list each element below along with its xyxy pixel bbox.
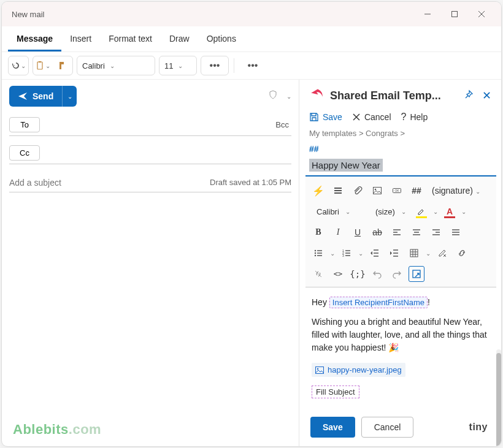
to-input[interactable] [46,120,273,129]
cc-button[interactable]: Cc [9,145,40,161]
strikethrough-button[interactable]: ab [369,224,385,240]
tab-message[interactable]: Message [8,29,61,51]
macros-icon[interactable]: ⚡ [310,183,326,199]
svg-rect-11 [374,188,382,194]
subject-row: Draft saved at 1:05 PM [9,173,291,192]
panel-cancel-action[interactable]: Cancel [352,112,391,122]
tab-draw[interactable]: Draw [161,29,198,51]
cc-input[interactable] [46,148,291,158]
compose-options: ⌄ [268,90,291,102]
svg-rect-54 [316,366,324,373]
attachment-chip[interactable]: happy-new-year.jpeg [312,363,405,377]
tab-insert[interactable]: Insert [61,29,100,51]
align-right-button[interactable] [428,224,444,240]
panel-help-action[interactable]: ? Help [401,112,428,123]
font-color-button[interactable]: A [442,203,458,219]
number-dropdown[interactable]: ⌄ [358,250,363,257]
footer-save-button[interactable]: Save [310,417,355,438]
compose-pane: Send ⌄ ⌄ To Bcc Cc Draft save [2,80,299,446]
send-row: Send ⌄ ⌄ [9,86,291,107]
svg-rect-5 [39,61,41,63]
send-dropdown-button[interactable]: ⌄ [62,86,77,107]
more-commands-button[interactable]: ••• [239,56,266,75]
template-name-input[interactable]: Happy New Year [309,159,383,172]
tab-options[interactable]: Options [198,29,245,51]
svg-point-55 [317,368,318,369]
tiny-logo: tiny [469,422,491,433]
clear-format-button[interactable] [434,245,450,261]
panel-header: Shared Email Temp... ✕ [305,85,496,108]
breadcrumb[interactable]: My templates > Congrats > [305,123,496,143]
paste-button[interactable]: ⌄ [33,56,53,75]
source-code-button[interactable]: <> [330,266,346,282]
bcc-toggle[interactable]: Bcc [273,120,291,129]
editor-body[interactable]: Hey Insert RecipientFirstName! Wishing y… [305,287,496,411]
number-list-button[interactable]: 123 [339,245,355,261]
highlight-dropdown[interactable]: ⌄ [433,208,438,215]
table-dropdown[interactable]: ⌄ [426,250,431,257]
outdent-button[interactable] [367,245,383,261]
attachment-icon[interactable] [350,183,366,199]
insert-field-icon[interactable] [330,183,346,199]
align-justify-button[interactable] [448,224,464,240]
font-color-dropdown[interactable]: ⌄ [461,208,466,215]
signature-select[interactable]: (signature) ⌄ [428,186,484,196]
shortcut-hash[interactable]: ## [305,143,496,155]
redo-editor-button[interactable] [389,266,405,282]
close-button[interactable] [468,6,495,23]
tab-format-text[interactable]: Format text [100,29,161,51]
indent-button[interactable] [386,245,402,261]
macro-fill-subject[interactable]: Fill Subject [312,385,359,398]
italic-button[interactable]: I [330,224,346,240]
scrollbar-thumb[interactable] [496,353,501,446]
watermark-logo: Ablebits.com [13,422,101,438]
panel-close-button[interactable]: ✕ [478,89,495,102]
subject-input[interactable] [9,178,210,188]
minimize-button[interactable] [414,6,441,23]
font-name-select[interactable]: Calibri⌄ [77,56,155,75]
image-icon[interactable] [369,183,385,199]
code-sample-button[interactable]: {;} [350,266,366,282]
draft-status: Draft saved at 1:05 PM [210,178,291,187]
highlight-color-button[interactable] [413,203,429,219]
svg-text:OK: OK [394,189,399,192]
to-button[interactable]: To [9,117,40,132]
unlink-button[interactable] [310,266,326,282]
importance-dropdown[interactable]: ⌄ [286,93,291,100]
format-painter-button[interactable] [53,56,72,75]
panel-save-action[interactable]: Save [309,112,342,122]
watermark-b: .com [69,422,101,437]
maximize-button[interactable] [441,6,468,23]
font-size-value: 11 [164,61,173,70]
font-size-select[interactable]: 11⌄ [159,56,197,75]
fullscreen-button[interactable] [409,266,424,282]
button-icon[interactable]: OK [389,183,405,199]
footer-cancel-button[interactable]: Cancel [361,417,414,438]
link-button[interactable] [454,245,470,261]
bullet-dropdown[interactable]: ⌄ [330,250,335,257]
body-line-greeting: Hey Insert RecipientFirstName! [312,297,490,307]
bold-button[interactable]: B [310,224,326,240]
encryption-icon[interactable] [268,90,278,102]
undo-button[interactable]: ⌄ [9,56,28,75]
align-left-button[interactable] [389,224,405,240]
bullet-list-button[interactable] [310,245,326,261]
app-window: New mail Message Insert Format text Draw… [1,1,502,447]
pin-icon[interactable] [464,89,474,102]
align-center-button[interactable] [409,224,424,240]
cc-field: Cc [9,142,291,164]
send-button[interactable]: Send [9,86,62,107]
more-formatting-button[interactable]: ••• [201,56,228,75]
undo-editor-button[interactable] [369,266,385,282]
underline-button[interactable]: U [350,224,366,240]
editor-size-select[interactable]: (size)⌄ [369,203,410,219]
ribbon-tabs: Message Insert Format text Draw Options [2,26,501,52]
ribbon-toolbar: ⌄ ⌄ Calibri⌄ 11⌄ ••• ••• [2,52,501,80]
editor-font-select[interactable]: Calibri⌄ [310,203,366,219]
table-button[interactable] [406,245,422,261]
hashtag-icon[interactable]: ## [409,183,424,199]
help-icon: ? [401,112,407,123]
panel-cancel-label: Cancel [364,112,391,122]
macro-recipient-firstname[interactable]: Insert RecipientFirstName [329,297,428,308]
scrollbar[interactable] [496,349,501,446]
